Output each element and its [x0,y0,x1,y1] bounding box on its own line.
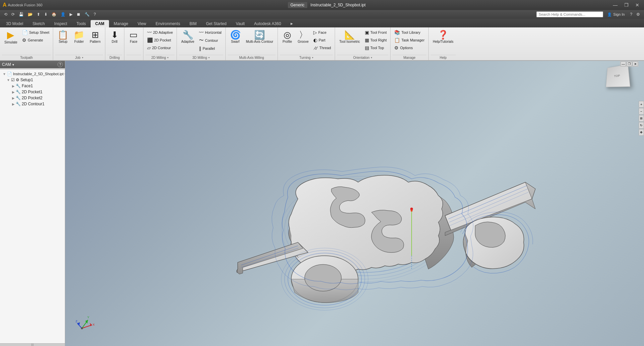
pocket1-arrow[interactable]: ▶ [12,90,15,94]
contour-button[interactable]: 〜 Contour [197,36,223,44]
tree-item-setup1[interactable]: ▼ ☑ ⚙ Setup1 [0,77,65,83]
search-input[interactable] [536,11,603,17]
pattern-button[interactable]: ⊞ Pattern [87,29,103,45]
tree-item-pocket1[interactable]: ▶ 🔧 2D Pocket1 [0,89,65,95]
qa-stop-button[interactable]: ⏹ [75,11,82,17]
qa-help-button[interactable]: ? [92,11,97,17]
tab-vault[interactable]: Vault [231,20,249,27]
options-button[interactable]: ⚙ Options [393,44,426,51]
cam-panel-dropdown[interactable]: ▾ [12,63,14,67]
close-button[interactable]: ✕ [633,2,641,8]
title-bar-right: — ❐ ✕ [611,2,641,8]
job-dropdown-icon[interactable]: ▾ [82,56,83,59]
tab-environments[interactable]: Environments [151,20,185,27]
qa-down-button[interactable]: ⬇ [43,11,49,17]
tool-library-button[interactable]: 📚 Tool Library [393,29,426,36]
vp-pan-button[interactable]: ✥ [639,129,644,136]
qa-run-button[interactable]: ▶ [68,11,74,17]
workspace-selector[interactable]: Generic [288,2,307,8]
tab-bim[interactable]: BIM [185,20,201,27]
tree-item-face1[interactable]: ▶ 🔧 Face1 [0,83,65,89]
setup-button[interactable]: 📋 Setup [55,29,71,45]
thread-button[interactable]: ⌭ Thread [312,44,333,51]
generate-button[interactable]: ⚙ Generate [20,36,51,44]
qa-user-button[interactable]: 👤 [59,11,67,17]
drill-icon: ⬇ [111,30,118,39]
profile-button[interactable]: ◎ Profile [280,29,295,45]
tree-item-root[interactable]: ▼ 📄 Instructable_2_5D_Shopbot.ipt O [0,71,65,77]
tab-3d-model[interactable]: 3D Model [1,20,28,27]
tool-isometric-button[interactable]: 📐 Tool Isometric [337,29,362,45]
2d-adaptive-button[interactable]: 〰 2D Adaptive [145,29,175,36]
tool-top-button[interactable]: ▤ Tool Top [363,44,389,51]
task-manager-button[interactable]: 📋 Task Manager [393,36,426,44]
qa-up-button[interactable]: ⬆ [35,11,41,17]
tab-more[interactable]: ▸ [286,19,298,27]
viewport-restore-button[interactable]: ❐ [627,62,632,66]
tab-manage[interactable]: Manage [109,20,133,27]
setup1-arrow[interactable]: ▼ [7,78,10,82]
vp-fit-button[interactable]: ⊞ [639,115,644,122]
2d-pocket-button[interactable]: ⬛ 2D Pocket [145,36,175,44]
tab-view[interactable]: View [133,20,151,27]
tab-get-started[interactable]: Get Started [201,20,231,27]
setup-sheet-button[interactable]: 📄 Setup Sheet [20,29,51,36]
vp-zoom-out-button[interactable]: − [639,108,644,115]
tree-item-contour1[interactable]: ▶ 🔧 2D Contour1 [0,101,65,107]
viewport[interactable]: — ❐ ✕ TOP + − ⊞ ↻ ✥ [65,61,644,346]
horizontal-button[interactable]: 〰 Horizontal [197,29,223,36]
tab-sketch[interactable]: Sketch [28,20,49,27]
part-button[interactable]: ◐ Part [312,36,333,44]
turning-face-button[interactable]: ▷ Face [312,29,333,36]
qa-redo-button[interactable]: ⟳ [10,11,16,17]
turning-dropdown-icon[interactable]: ▾ [312,56,313,59]
tab-autodesk-360[interactable]: Autodesk A360 [249,20,286,27]
2d-contour-button[interactable]: ▱ 2D Contour [145,44,175,51]
qa-save-button[interactable]: 💾 [17,11,25,17]
viewcube[interactable]: TOP [605,65,632,92]
help-tutorials-button[interactable]: ❓ Help/Tutorials [431,29,456,45]
cam-panel-resize-bottom[interactable]: ||| [0,343,65,346]
qa-home-button[interactable]: 🏠 [50,11,58,17]
help-icon-button[interactable]: ? [629,11,634,17]
restore-button[interactable]: ❐ [622,2,631,8]
face-button[interactable]: ▭ Face [126,29,141,45]
simulate-button[interactable]: ▶ Simulate [2,29,20,46]
orientation-dropdown-icon[interactable]: ▾ [371,56,372,59]
tab-tools[interactable]: Tools [72,20,91,27]
settings-icon-button[interactable]: ⚙ [635,11,641,17]
cam-panel-help-button[interactable]: ? [58,62,63,67]
minimize-button[interactable]: — [611,2,620,8]
pocket2-icon: 🔧 [16,96,21,100]
root-arrow[interactable]: ▼ [3,72,6,76]
qa-open-button[interactable]: 📂 [26,11,34,17]
adaptive-button[interactable]: 🔧 Adaptive [179,29,197,45]
drill-button[interactable]: ⬇ Drill [107,29,122,45]
viewport-close-button[interactable]: ✕ [633,62,638,66]
qa-undo-button[interactable]: ⟲ [3,11,9,17]
parallel-button[interactable]: ∥ Parallel [197,45,223,52]
face1-arrow[interactable]: ▶ [12,84,15,88]
3dmilling-dropdown-icon[interactable]: ▾ [208,56,210,59]
setup1-checkbox[interactable]: ☑ [11,78,15,82]
viewcube-box[interactable]: TOP [606,64,630,87]
2dmilling-dropdown-icon[interactable]: ▾ [167,56,169,59]
tab-cam[interactable]: CAM [91,20,109,27]
multiaxis-contour-button[interactable]: 🔄 Multi-Axis Contour [244,29,276,45]
tree-item-pocket2[interactable]: ▶ 🔧 2D Pocket2 [0,95,65,101]
tool-front-button[interactable]: ▣ Tool Front [363,29,389,36]
qa-settings-button[interactable]: 🔧 [83,11,91,17]
folder-button[interactable]: 📁 Folder [71,29,87,45]
vp-zoom-in-button[interactable]: + [639,101,644,108]
pocket2-arrow[interactable]: ▶ [12,96,15,100]
viewport-minimize-button[interactable]: — [621,62,626,66]
groove-button[interactable]: 〉 Groove [295,29,311,45]
vp-rotate-button[interactable]: ↻ [639,122,644,129]
tab-inspect[interactable]: Inspect [49,20,72,27]
pattern-icon: ⊞ [92,30,99,39]
tool-right-button[interactable]: ▦ Tool Right [363,36,389,44]
signin-label[interactable]: Sign In [613,12,625,16]
contour1-arrow[interactable]: ▶ [12,102,15,106]
pocket2-label: 2D Pocket2 [22,96,42,100]
swarf-button[interactable]: 🌀 Swarf [228,29,243,45]
